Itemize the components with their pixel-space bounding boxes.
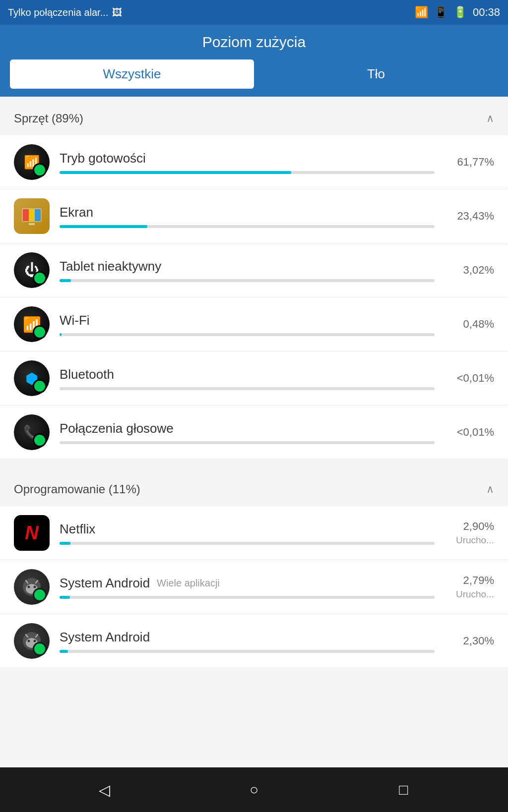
progress-bg-android-2 [60, 650, 435, 653]
icon-android-1 [14, 569, 50, 605]
item-right-standby: 61,77% [444, 156, 494, 169]
section-header-hardware: Sprzęt (89%) ∧ [0, 97, 508, 135]
battery-icon: 🔋 [453, 6, 467, 19]
item-right-netflix: 2,90% Urucho... [444, 520, 494, 546]
progress-fill-tablet [60, 279, 71, 282]
icon-tablet: ⏻ [14, 252, 50, 288]
item-body-netflix: Netflix [60, 522, 435, 545]
item-body-wifi: Wi-Fi [60, 313, 435, 336]
list-item-bluetooth[interactable]: ⬢ Bluetooth <0,01% [0, 351, 508, 406]
item-name-bluetooth: Bluetooth [60, 367, 114, 382]
item-subtitle-android-1: Wiele aplikacji [157, 578, 220, 589]
tab-wszystkie[interactable]: Wszystkie [10, 59, 254, 89]
chevron-up-software-icon[interactable]: ∧ [486, 483, 494, 496]
progress-bg-wifi [60, 333, 435, 336]
item-body-screen: Ekran [60, 205, 435, 228]
item-name-netflix: Netflix [60, 522, 95, 537]
icon-android-2 [14, 623, 50, 659]
item-right-tablet: 3,02% [444, 264, 494, 277]
section-header-software: Oprogramowanie (11%) ∧ [0, 467, 508, 506]
item-right-wifi: 0,48% [444, 318, 494, 331]
progress-fill-screen [60, 225, 147, 228]
list-item-tablet[interactable]: ⏻ Tablet nieaktywny 3,02% [0, 243, 508, 297]
item-percent-wifi: 0,48% [463, 318, 494, 330]
list-item-wifi[interactable]: 📶 Wi-Fi 0,48% [0, 297, 508, 351]
svg-point-14 [34, 640, 36, 642]
icon-netflix: N [14, 515, 50, 551]
item-body-standby: Tryb gotowości [60, 151, 435, 174]
svg-point-7 [28, 586, 30, 588]
home-button[interactable]: ○ [239, 775, 269, 805]
svg-point-8 [34, 586, 36, 588]
progress-bg-voice [60, 441, 435, 444]
back-button[interactable]: ◁ [90, 775, 120, 805]
item-body-android-1: System Android Wiele aplikacji [60, 576, 435, 599]
progress-fill-wifi [60, 333, 62, 336]
clock: 00:38 [473, 6, 500, 19]
item-name-screen: Ekran [60, 205, 93, 220]
item-right-screen: 23,43% [444, 210, 494, 223]
item-name-wifi: Wi-Fi [60, 313, 90, 328]
list-item-screen[interactable]: Ekran 23,43% [0, 189, 508, 243]
chevron-up-hardware-icon[interactable]: ∧ [486, 112, 494, 125]
item-right-voice: <0,01% [444, 426, 494, 439]
progress-fill-netflix [60, 542, 70, 545]
wifi-icon: 📶 [415, 6, 428, 19]
svg-point-13 [28, 640, 30, 642]
progress-fill-android-1 [60, 596, 70, 599]
tab-tlo[interactable]: Tło [254, 59, 498, 89]
section-title-hardware: Sprzęt (89%) [14, 112, 83, 125]
section-title-software: Oprogramowanie (11%) [14, 482, 140, 496]
section-gap-1 [0, 460, 508, 467]
item-name-tablet: Tablet nieaktywny [60, 259, 161, 274]
item-name-android-1: System Android [60, 576, 150, 591]
icon-bluetooth: ⬢ [14, 360, 50, 396]
item-body-bluetooth: Bluetooth [60, 367, 435, 390]
list-item-voice[interactable]: 📞 Połączenia głosowe <0,01% [0, 406, 508, 460]
recent-button[interactable]: □ [388, 775, 418, 805]
item-percent-screen: 23,43% [457, 210, 494, 222]
item-name-android-2: System Android [60, 630, 150, 645]
svg-rect-3 [35, 209, 41, 221]
item-percent-netflix: 2,90% [444, 520, 494, 533]
item-percent-tablet: 3,02% [463, 264, 494, 276]
item-body-voice: Połączenia głosowe [60, 421, 435, 444]
list-item-standby[interactable]: 📶 Tryb gotowości 61,77% [0, 135, 508, 189]
progress-fill-android-2 [60, 650, 68, 653]
icon-voice: 📞 [14, 414, 50, 450]
svg-rect-1 [23, 209, 29, 221]
item-name-standby: Tryb gotowości [60, 151, 146, 166]
status-bar: Tylko połączenia alar... 🖼 📶 📱 🔋 00:38 [0, 0, 508, 25]
icon-standby: 📶 [14, 144, 50, 180]
item-right-android-1: 2,79% Urucho... [444, 574, 494, 600]
item-percent-standby: 61,77% [457, 156, 494, 168]
page-title: Poziom zużycia [0, 34, 508, 51]
item-percent-android-2: 2,30% [444, 635, 494, 647]
list-item-android-1[interactable]: System Android Wiele aplikacji 2,79% Uru… [0, 560, 508, 614]
svg-point-6 [26, 584, 38, 594]
item-body-tablet: Tablet nieaktywny [60, 259, 435, 282]
screenshot-icon: 🖼 [112, 7, 122, 18]
item-percent-android-1: 2,79% [444, 574, 494, 587]
item-percent-voice: <0,01% [457, 426, 494, 438]
progress-fill-standby [60, 171, 291, 174]
svg-point-12 [26, 638, 38, 648]
progress-bg-netflix [60, 542, 435, 545]
item-status-android-1: Urucho... [444, 589, 494, 600]
tab-bar: Wszystkie Tło [0, 59, 508, 97]
main-content: Sprzęt (89%) ∧ 📶 Tryb gotowości 61,77% [0, 97, 508, 767]
item-percent-bluetooth: <0,01% [457, 372, 494, 384]
bottom-nav: ◁ ○ □ [0, 767, 508, 812]
title-bar: Poziom zużycia [0, 25, 508, 59]
status-bar-text: Tylko połączenia alar... [8, 7, 108, 18]
svg-rect-2 [29, 209, 35, 221]
icon-screen [14, 198, 50, 234]
status-bar-right: 📶 📱 🔋 00:38 [415, 6, 500, 19]
item-name-voice: Połączenia głosowe [60, 421, 174, 436]
item-status-netflix: Urucho... [444, 535, 494, 546]
svg-rect-4 [29, 223, 35, 225]
sim-icon: 📱 [434, 6, 447, 19]
list-item-android-2[interactable]: System Android 2,30% [0, 614, 508, 668]
icon-wifi: 📶 [14, 306, 50, 342]
list-item-netflix[interactable]: N Netflix 2,90% Urucho... [0, 506, 508, 560]
